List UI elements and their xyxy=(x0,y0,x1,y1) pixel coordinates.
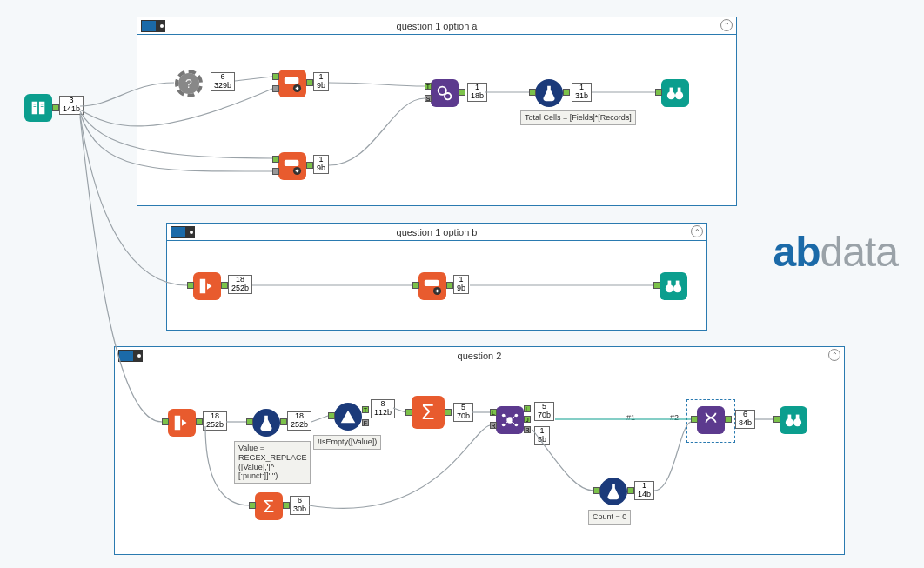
input-anchor[interactable] xyxy=(773,416,780,423)
svg-rect-0 xyxy=(285,77,299,84)
record-count-badge: 570b xyxy=(534,402,554,421)
output-anchor[interactable] xyxy=(196,418,203,425)
record-count-badge: 19b xyxy=(453,275,469,294)
output-anchor[interactable] xyxy=(306,79,313,86)
svg-point-7 xyxy=(675,91,683,99)
output-anchor[interactable] xyxy=(446,282,453,289)
input-anchor-t[interactable]: T xyxy=(425,83,432,90)
output-anchor-t[interactable]: T xyxy=(362,406,369,413)
input-anchor-t[interactable] xyxy=(272,73,279,80)
filter-tool[interactable] xyxy=(334,403,362,431)
browse-tool[interactable] xyxy=(661,79,689,107)
svg-rect-17 xyxy=(175,416,180,431)
output-anchor[interactable] xyxy=(221,282,228,289)
output-anchor-j[interactable]: J xyxy=(524,416,531,423)
summarize-tool[interactable]: Σ xyxy=(255,492,283,520)
append-fields-tool[interactable] xyxy=(278,70,306,97)
input-anchor[interactable] xyxy=(187,282,194,289)
svg-point-19 xyxy=(502,414,506,418)
output-anchor[interactable] xyxy=(563,89,570,96)
filter-delta-icon xyxy=(338,407,358,426)
container-header[interactable]: question 1 option a ⌃ xyxy=(137,17,736,35)
container-title: question 1 option b xyxy=(167,227,706,237)
svg-rect-10 xyxy=(200,279,205,294)
output-anchor[interactable] xyxy=(280,418,287,425)
output-anchor-l[interactable]: L xyxy=(524,405,531,412)
output-anchor[interactable] xyxy=(627,487,634,494)
output-anchor[interactable] xyxy=(52,104,59,111)
formula-tool[interactable] xyxy=(535,79,563,107)
sigma-icon: Σ xyxy=(264,497,274,517)
book-icon xyxy=(29,98,48,117)
flask-icon xyxy=(604,482,623,501)
summarize-tool[interactable]: Σ xyxy=(412,396,445,429)
svg-point-18 xyxy=(506,417,512,423)
svg-point-6 xyxy=(667,91,675,99)
output-anchor[interactable] xyxy=(283,502,290,509)
append-fields-tool[interactable] xyxy=(278,152,306,180)
input-anchor[interactable] xyxy=(162,418,169,425)
output-anchor-f[interactable]: F xyxy=(362,419,369,426)
input-anchor[interactable] xyxy=(328,412,335,419)
input-anchor[interactable] xyxy=(691,416,698,423)
connection-label: #1 xyxy=(626,413,635,422)
svg-rect-8 xyxy=(670,88,673,93)
input-anchor[interactable] xyxy=(653,282,660,289)
output-anchor[interactable] xyxy=(445,409,452,416)
svg-point-14 xyxy=(673,284,681,292)
flask-icon xyxy=(257,413,276,432)
svg-point-5 xyxy=(445,93,451,99)
transpose-tool[interactable] xyxy=(193,272,221,300)
container-title: question 1 option a xyxy=(137,21,736,31)
container-title: question 2 xyxy=(115,351,844,361)
input-anchor-s[interactable] xyxy=(272,168,279,175)
text-input-tool[interactable] xyxy=(24,94,52,122)
browse-tool[interactable] xyxy=(780,406,807,434)
output-anchor[interactable] xyxy=(725,416,732,423)
input-anchor[interactable] xyxy=(246,418,253,425)
collapse-button[interactable]: ⌃ xyxy=(720,19,733,31)
join-multiple-tool[interactable] xyxy=(496,406,524,434)
svg-point-21 xyxy=(515,414,519,418)
record-count-badge: 630b xyxy=(290,496,310,515)
container-q1a[interactable]: question 1 option a ⌃ xyxy=(137,17,737,206)
append-fields-tool[interactable] xyxy=(418,272,446,300)
input-anchor-s[interactable]: S xyxy=(425,95,432,102)
connection-label: #2 xyxy=(670,413,679,422)
input-anchor[interactable] xyxy=(412,282,419,289)
filter-annotation: !IsEmpty([Value]) xyxy=(313,435,381,450)
collapse-button[interactable]: ⌃ xyxy=(691,225,703,237)
input-anchor[interactable] xyxy=(529,89,536,96)
formula-tool[interactable] xyxy=(252,409,280,437)
collapse-button[interactable]: ⌃ xyxy=(828,349,840,361)
input-anchor[interactable] xyxy=(249,502,256,509)
input-anchor[interactable] xyxy=(405,409,412,416)
record-count-badge: 131b xyxy=(572,83,592,102)
output-anchor-r[interactable]: R xyxy=(524,426,531,433)
output-anchor[interactable] xyxy=(306,162,313,169)
append-icon xyxy=(283,74,302,93)
input-anchor[interactable] xyxy=(593,487,600,494)
record-count-badge: 18252b xyxy=(203,411,227,431)
record-count-badge: 6329b xyxy=(211,72,235,91)
field-info-tool[interactable]: ? xyxy=(175,70,203,97)
output-anchor[interactable] xyxy=(459,89,465,96)
transpose-tool[interactable] xyxy=(168,409,196,437)
input-anchor-l[interactable]: L xyxy=(490,409,497,416)
formula-tool[interactable] xyxy=(599,478,627,505)
flask-icon xyxy=(539,84,559,103)
container-header[interactable]: question 2 ⌃ xyxy=(115,347,844,364)
input-anchor-t[interactable] xyxy=(272,156,279,163)
record-count-badge: 8112b xyxy=(371,399,395,418)
svg-point-24 xyxy=(793,418,801,426)
input-anchor[interactable] xyxy=(655,89,662,96)
container-q2[interactable]: question 2 ⌃ xyxy=(114,346,845,555)
join-tool[interactable] xyxy=(431,79,459,107)
browse-tool[interactable] xyxy=(660,272,687,300)
record-count-badge: 19b xyxy=(313,72,329,91)
input-anchor-s[interactable] xyxy=(272,85,279,92)
input-anchor-r[interactable]: R xyxy=(490,422,497,429)
record-count-badge: 19b xyxy=(313,155,329,174)
container-header[interactable]: question 1 option b ⌃ xyxy=(167,224,706,241)
union-tool[interactable] xyxy=(697,406,725,434)
